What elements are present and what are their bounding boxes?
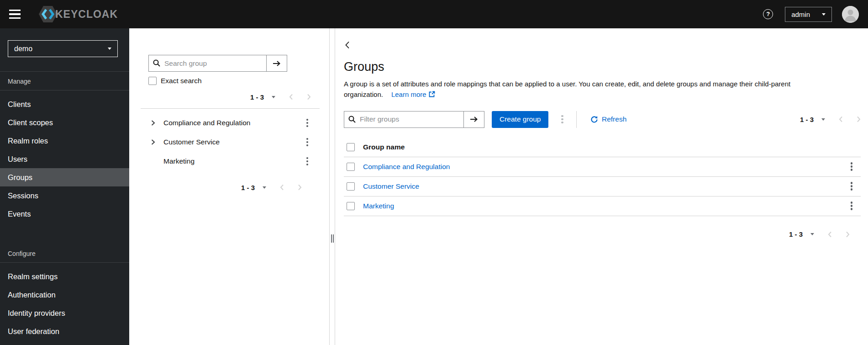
pagination-next-button[interactable] [307, 94, 311, 100]
panel-splitter [330, 28, 335, 345]
sidebar-item-authentication[interactable]: Authentication [0, 286, 129, 304]
pagination-prev-button[interactable] [828, 231, 832, 238]
brand-name: KEYCLOAK [55, 8, 118, 21]
group-tree-panel: Exact search 1 - 3 Compliance and Regula… [129, 28, 330, 345]
external-link-icon [429, 91, 435, 97]
pagination-options-toggle[interactable] [272, 96, 275, 98]
search-icon [153, 59, 160, 67]
column-header-group-name: Group name [361, 143, 842, 151]
chevron-right-icon [151, 139, 155, 145]
groups-table: Group name Compliance and Regulation Cus… [344, 138, 861, 216]
nav-section-configure: Configure [0, 244, 129, 263]
group-link-marketing[interactable]: Marketing [363, 202, 394, 210]
pagination-next-button[interactable] [846, 231, 850, 238]
pagination-options-toggle[interactable] [263, 186, 266, 189]
row-kebab-menu-button[interactable] [848, 200, 856, 212]
kebab-menu-button[interactable] [304, 155, 311, 168]
chevron-right-icon [298, 184, 302, 191]
sidebar: demo Manage Clients Client scopes Realm … [0, 28, 129, 345]
tree-pagination-top: 1 - 3 [148, 91, 311, 102]
pagination-range: 1 - 3 [789, 230, 803, 238]
pagination-next-button[interactable] [298, 184, 302, 191]
realm-selector[interactable]: demo [8, 40, 118, 57]
collapse-drawer-button[interactable] [344, 40, 351, 50]
arrow-right-icon [273, 60, 281, 67]
help-icon[interactable]: ? [763, 9, 773, 19]
group-link-compliance-and-regulation[interactable]: Compliance and Regulation [363, 163, 450, 170]
toolbar-kebab-menu-button[interactable] [558, 113, 566, 126]
select-all-checkbox[interactable] [347, 143, 355, 151]
splitter-drag-handle[interactable] [331, 234, 334, 243]
chevron-down-icon [108, 48, 111, 50]
sidebar-item-client-scopes[interactable]: Client scopes [0, 113, 129, 132]
pagination-prev-button[interactable] [280, 184, 284, 191]
chevron-down-icon [272, 96, 275, 98]
tree-item-label[interactable]: Marketing [163, 157, 195, 165]
pagination-next-button[interactable] [857, 116, 861, 122]
tree-item-customer-service: Customer Service [148, 133, 311, 152]
row-checkbox[interactable] [347, 182, 355, 191]
chevron-right-icon [307, 94, 311, 100]
search-icon [348, 116, 356, 123]
sidebar-item-events[interactable]: Events [0, 205, 129, 223]
pagination-options-toggle[interactable] [821, 118, 825, 121]
sidebar-item-realm-settings[interactable]: Realm settings [0, 267, 129, 286]
realm-selector-block: demo [0, 28, 129, 72]
arrow-right-icon [470, 116, 478, 122]
tree-item-compliance-and-regulation: Compliance and Regulation [148, 113, 311, 133]
chevron-left-icon [280, 184, 284, 191]
pagination-range: 1 - 3 [250, 93, 264, 101]
sidebar-item-sessions[interactable]: Sessions [0, 186, 129, 205]
chevron-left-icon [828, 231, 832, 238]
group-link-customer-service[interactable]: Customer Service [363, 182, 419, 190]
nav-toggle-button[interactable] [7, 5, 26, 23]
tree-item-label[interactable]: Customer Service [163, 138, 220, 146]
hamburger-icon [9, 10, 21, 11]
chevron-left-icon [345, 41, 350, 49]
expand-toggle-button[interactable] [151, 139, 155, 145]
chevron-left-icon [839, 116, 843, 122]
kebab-menu-button[interactable] [304, 117, 311, 129]
avatar[interactable] [842, 6, 859, 23]
kebab-menu-button[interactable] [304, 136, 311, 149]
table-pagination-top: 1 - 3 [800, 114, 861, 125]
page-description: A group is a set of attributes and role … [344, 79, 848, 100]
learn-more-link[interactable]: Learn more [391, 90, 435, 98]
sidebar-item-users[interactable]: Users [0, 150, 129, 168]
chevron-down-icon [821, 118, 825, 121]
table-header-row: Group name [344, 138, 861, 157]
pagination-range: 1 - 3 [241, 184, 255, 191]
realm-selector-value: demo [14, 45, 32, 53]
pagination-options-toggle[interactable] [810, 233, 814, 235]
group-search-input[interactable] [148, 55, 266, 72]
user-dropdown-label: admin [791, 11, 810, 18]
pagination-prev-button[interactable] [289, 94, 293, 100]
row-kebab-menu-button[interactable] [848, 180, 856, 192]
table-row: Customer Service [344, 177, 861, 196]
pagination-prev-button[interactable] [839, 116, 843, 122]
row-checkbox[interactable] [347, 202, 355, 210]
row-kebab-menu-button[interactable] [848, 160, 856, 173]
filter-submit-button[interactable] [463, 111, 484, 128]
chevron-left-icon [289, 94, 293, 100]
row-checkbox[interactable] [347, 163, 355, 171]
tree-item-label[interactable]: Compliance and Regulation [163, 119, 250, 127]
sidebar-item-identity-providers[interactable]: Identity providers [0, 304, 129, 322]
create-group-button[interactable]: Create group [492, 111, 548, 128]
sidebar-item-clients[interactable]: Clients [0, 95, 129, 113]
nav-section-manage: Manage [0, 72, 129, 90]
chevron-right-icon [151, 120, 155, 126]
sidebar-item-user-federation[interactable]: User federation [0, 322, 129, 340]
user-dropdown[interactable]: admin [785, 7, 832, 22]
masthead: KEYCLOAK ? admin [0, 0, 868, 28]
refresh-button[interactable]: Refresh [590, 115, 626, 123]
sidebar-item-groups[interactable]: Groups [0, 168, 129, 186]
sidebar-item-realm-roles[interactable]: Realm roles [0, 132, 129, 150]
nav-list-configure: Realm settings Authentication Identity p… [0, 263, 129, 345]
filter-groups-input[interactable] [344, 111, 463, 128]
chevron-down-icon [810, 233, 814, 235]
exact-search-checkbox[interactable] [148, 77, 157, 85]
expand-toggle-button[interactable] [151, 120, 155, 126]
group-search-submit-button[interactable] [266, 55, 287, 72]
refresh-icon [590, 116, 598, 123]
